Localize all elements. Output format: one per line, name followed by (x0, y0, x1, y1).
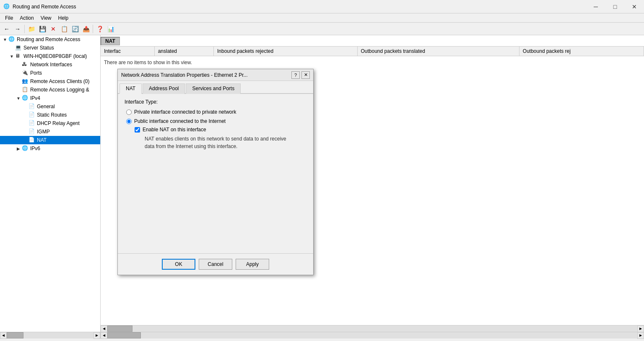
content-scroll-thumb (107, 332, 141, 338)
app-icon: 🌐 (3, 3, 10, 10)
content-scroll-track[interactable] (107, 332, 637, 338)
menu-action[interactable]: Action (16, 14, 37, 22)
dialog-close-button[interactable]: ✕ (301, 71, 310, 79)
dialog-footer: OK Cancel Apply (118, 253, 313, 275)
nat-checkbox-area: Enable NAT on this interface NAT enables… (135, 127, 306, 150)
apply-button[interactable]: Apply (236, 259, 269, 270)
toolbar-properties[interactable]: 📊 (106, 24, 116, 34)
sidebar-scrollbar: ◀ ▶ (0, 332, 101, 338)
radio-group: Private interface connected to private n… (126, 109, 306, 124)
dialog-title-actions: ? ✕ (291, 71, 310, 79)
toolbar-forward[interactable]: → (13, 24, 23, 34)
dialog-content: Interface Type: Private interface connec… (118, 94, 313, 253)
content-scroll-left[interactable]: ◀ (101, 332, 107, 339)
toolbar-help[interactable]: ❓ (95, 24, 105, 34)
dialog-help-button[interactable]: ? (291, 71, 300, 79)
dialog-title: Network Address Translation Properties -… (121, 72, 291, 78)
toolbar-open[interactable]: 📁 (26, 24, 36, 34)
interface-type-label: Interface Type: (125, 99, 306, 105)
ok-button[interactable]: OK (162, 259, 195, 270)
close-button[interactable]: ✕ (625, 0, 644, 13)
title-bar: 🌐 Routing and Remote Access ─ □ ✕ (0, 0, 644, 13)
toolbar-save[interactable]: 💾 (37, 24, 47, 34)
toolbar-refresh[interactable]: 🔄 (70, 24, 80, 34)
enable-nat-checkbox[interactable] (135, 127, 140, 133)
radio-public-input[interactable] (126, 119, 132, 124)
app-title: Routing and Remote Access (13, 4, 641, 10)
radio-private[interactable]: Private interface connected to private n… (126, 109, 306, 115)
sidebar-scroll-left[interactable]: ◀ (0, 332, 7, 339)
menu-bar: File Action View Help (0, 13, 644, 23)
toolbar-copy[interactable]: 📋 (59, 24, 69, 34)
minimize-button[interactable]: ─ (586, 0, 605, 13)
menu-help[interactable]: Help (55, 14, 72, 22)
dialog-title-bar: Network Address Translation Properties -… (118, 69, 313, 81)
dialog-tab-nat[interactable]: NAT (119, 83, 142, 94)
enable-nat-checkbox-label[interactable]: Enable NAT on this interface (135, 127, 306, 133)
toolbar-sep-1 (24, 25, 25, 33)
content-scroll-right[interactable]: ▶ (637, 332, 644, 339)
sidebar-scroll-right[interactable]: ▶ (93, 332, 100, 339)
enable-nat-label: Enable NAT on this interface (143, 127, 206, 133)
maximize-button[interactable]: □ (605, 0, 625, 13)
radio-private-input[interactable] (126, 109, 132, 115)
sidebar-scroll-thumb (7, 332, 23, 338)
radio-public-label: Public interface connected to the Intern… (134, 118, 226, 124)
menu-view[interactable]: View (37, 14, 55, 22)
bottom-scroll-bar: ◀ ▶ ◀ ▶ (0, 332, 644, 338)
toolbar-sep-2 (93, 25, 93, 33)
content-scrollbar: ◀ ▶ (101, 332, 644, 338)
dialog-tab-bar: NAT Address Pool Services and Ports (118, 81, 313, 94)
toolbar-back[interactable]: ← (2, 24, 12, 34)
dialog: Network Address Translation Properties -… (117, 69, 314, 275)
menu-file[interactable]: File (2, 14, 16, 22)
toolbar: ← → 📁 💾 ✕ 📋 🔄 📤 ❓ 📊 (0, 23, 644, 35)
window-controls: ─ □ ✕ (586, 0, 644, 13)
sidebar-scroll-track[interactable] (7, 332, 93, 338)
dialog-overlay: Network Address Translation Properties -… (0, 35, 644, 332)
radio-public[interactable]: Public interface connected to the Intern… (126, 118, 306, 124)
radio-private-label: Private interface connected to private n… (134, 109, 236, 115)
dialog-tab-address-pool[interactable]: Address Pool (143, 83, 185, 94)
toolbar-export[interactable]: 📤 (81, 24, 91, 34)
cancel-button[interactable]: Cancel (199, 259, 232, 270)
main-layout: ▼ 🌐 Routing and Remote Access 💻 Server S… (0, 35, 644, 332)
dialog-tab-services-ports[interactable]: Services and Ports (186, 83, 241, 94)
toolbar-delete[interactable]: ✕ (48, 24, 58, 34)
nat-description: NAT enables clients on this network to s… (145, 135, 306, 150)
